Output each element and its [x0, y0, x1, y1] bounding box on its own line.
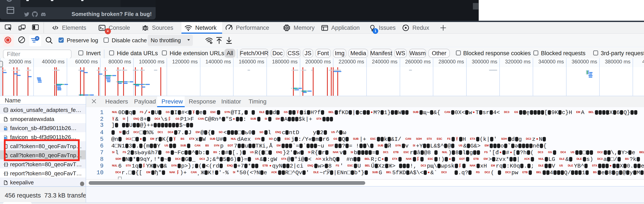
- svg-text:{: {: [4, 162, 6, 167]
- svg-text:{: {: [4, 171, 6, 176]
- svg-text:}: }: [6, 171, 8, 176]
- svg-text:}: }: [6, 162, 8, 167]
